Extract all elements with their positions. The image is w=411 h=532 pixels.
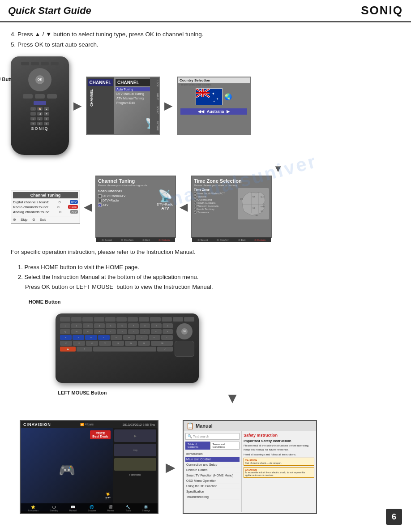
tz-radio-nt[interactable] bbox=[194, 208, 197, 210]
tz-radio-nsw[interactable] bbox=[194, 192, 197, 195]
footer-tools[interactable]: 🔧Tools bbox=[125, 505, 131, 512]
remote-btn-3[interactable] bbox=[41, 62, 49, 65]
kb-3[interactable]: 3 bbox=[83, 323, 93, 328]
kb-q[interactable]: Q bbox=[60, 329, 70, 334]
kb-2[interactable]: 2 bbox=[71, 323, 81, 328]
kb-g[interactable]: G bbox=[111, 335, 122, 340]
tz-radio-vic[interactable] bbox=[194, 195, 197, 198]
remote-key-2[interactable]: 🏠 bbox=[37, 107, 43, 111]
checkbox-1[interactable] bbox=[98, 194, 102, 198]
remote-key-1[interactable]: + bbox=[30, 107, 36, 111]
footer-settings[interactable]: ⚙️Settings bbox=[142, 505, 150, 512]
kb-fn-11[interactable] bbox=[173, 317, 183, 322]
kb-x[interactable]: X bbox=[73, 341, 85, 346]
kb-fn-12[interactable] bbox=[184, 317, 194, 322]
kb-backspace[interactable]: ⌫ bbox=[151, 341, 173, 346]
kb-z[interactable]: Z bbox=[60, 341, 72, 346]
kb-b[interactable]: B bbox=[112, 341, 124, 346]
kb-c[interactable]: C bbox=[86, 341, 98, 346]
kb-fn-5[interactable] bbox=[105, 317, 116, 322]
kb-v[interactable]: V bbox=[99, 341, 111, 346]
kb-o[interactable]: O bbox=[151, 329, 161, 334]
kb-k[interactable]: K bbox=[149, 335, 160, 340]
tz-nt[interactable]: North Territory bbox=[194, 208, 236, 210]
remote-ok-button[interactable]: OK bbox=[35, 75, 44, 84]
kb-space[interactable] bbox=[93, 347, 156, 352]
kb-t[interactable]: T bbox=[106, 329, 116, 334]
tz-radio-sa[interactable] bbox=[194, 202, 197, 204]
kb-ok-button[interactable]: OK bbox=[181, 328, 188, 335]
remote-home-button[interactable] bbox=[34, 101, 46, 105]
kb-fn-6[interactable] bbox=[116, 317, 127, 322]
toc-connection[interactable]: Connection and Setup bbox=[185, 462, 240, 468]
remote-mid-1[interactable] bbox=[23, 94, 33, 99]
kb-fn-1[interactable] bbox=[60, 317, 70, 322]
kb-m[interactable]: M bbox=[138, 341, 150, 346]
kb-r[interactable]: R bbox=[94, 329, 104, 334]
tz-nsw[interactable]: New South Wales/ACT bbox=[194, 192, 236, 195]
footer-fav[interactable]: ⭐Favourites bbox=[28, 505, 39, 512]
tab-terms[interactable]: Terms and Conditions bbox=[210, 442, 240, 450]
kb-j[interactable]: J bbox=[136, 335, 147, 340]
exit-button[interactable]: Exit bbox=[40, 218, 46, 222]
toc-remote[interactable]: Remote Control bbox=[185, 468, 240, 473]
toc-3d[interactable]: Using the 3D Function bbox=[185, 484, 240, 489]
kb-fn-9[interactable] bbox=[150, 317, 160, 322]
tz-radio-qld[interactable] bbox=[194, 198, 197, 201]
remote-nav-circle[interactable]: OK bbox=[28, 68, 51, 91]
kb-5[interactable]: 5 bbox=[106, 323, 116, 328]
tab-toc[interactable]: Table of Contents bbox=[185, 442, 210, 450]
kb-w[interactable]: W bbox=[71, 329, 81, 334]
footer-browser[interactable]: 🌐Browser bbox=[88, 505, 96, 512]
kb-sym[interactable]: ? bbox=[77, 347, 92, 352]
remote-key-6[interactable]: ▼ bbox=[44, 112, 49, 116]
tz-tas[interactable]: Tasmania bbox=[194, 211, 236, 214]
kb-fn-10[interactable] bbox=[162, 317, 172, 322]
kb-4[interactable]: 4 bbox=[94, 323, 104, 328]
kb-fn-3[interactable] bbox=[82, 317, 93, 322]
remote-key-12[interactable]: 6 bbox=[44, 122, 49, 125]
kb-9[interactable]: 9 bbox=[151, 323, 161, 328]
kb-p[interactable]: P bbox=[163, 329, 173, 334]
remote-key-4[interactable]: - bbox=[30, 112, 36, 116]
tz-qld[interactable]: Queensland bbox=[194, 198, 236, 201]
tz-radio-wa[interactable] bbox=[194, 205, 197, 207]
remote-btn-1[interactable] bbox=[21, 62, 29, 65]
remote-btn-4[interactable] bbox=[51, 62, 59, 65]
remote-key-8[interactable]: 2 bbox=[37, 117, 43, 120]
kb-8[interactable]: 8 bbox=[140, 323, 150, 328]
remote-key-11[interactable]: 5 bbox=[37, 122, 43, 125]
toc-osd[interactable]: OSD Menu Operation bbox=[185, 478, 240, 484]
checkbox-3[interactable]: ✓ bbox=[98, 203, 102, 207]
remote-mid-3[interactable] bbox=[47, 94, 57, 99]
kb-nav-pad[interactable]: OK bbox=[176, 323, 193, 339]
kb-i[interactable]: I bbox=[140, 329, 150, 334]
kb-l[interactable]: L bbox=[161, 335, 173, 340]
kb-6[interactable]: 6 bbox=[117, 323, 127, 328]
toc-troubleshoot[interactable]: Troubleshooting bbox=[185, 494, 240, 500]
skip-button[interactable]: Skip bbox=[21, 218, 28, 222]
kb-h[interactable]: H bbox=[123, 335, 135, 340]
checkbox-2[interactable] bbox=[98, 199, 102, 202]
kb-0[interactable]: 0 bbox=[163, 323, 173, 328]
kb-d[interactable]: D bbox=[85, 335, 97, 340]
toc-smart-tv[interactable]: Smart TV Function (HOME Menu) bbox=[185, 473, 240, 478]
tz-wa[interactable]: Western Australia bbox=[194, 205, 236, 207]
kb-fn-8[interactable] bbox=[139, 317, 149, 322]
toc-introduction[interactable]: Introduction bbox=[185, 451, 240, 457]
kb-fn-2[interactable] bbox=[71, 317, 81, 322]
tz-radio-tas[interactable] bbox=[194, 211, 197, 214]
toc-spec[interactable]: Specification bbox=[185, 489, 240, 494]
kb-y[interactable]: Y bbox=[117, 329, 127, 334]
tz-sa[interactable]: South Australia bbox=[194, 202, 236, 204]
footer-standby[interactable]: ⏻Standby bbox=[50, 505, 58, 512]
kb-f[interactable]: F bbox=[98, 335, 110, 340]
remote-key-9[interactable]: 3 bbox=[44, 117, 49, 120]
kb-home-key[interactable]: 🏠 bbox=[60, 347, 76, 352]
remote-key-3[interactable]: ▲ bbox=[44, 107, 49, 111]
kb-u[interactable]: U bbox=[128, 329, 138, 334]
kb-a[interactable]: A bbox=[60, 335, 72, 340]
toc-main-unit[interactable]: Main Unit Control bbox=[185, 457, 240, 462]
remote-key-10[interactable]: 4 bbox=[30, 122, 36, 125]
kb-fn-7[interactable] bbox=[128, 317, 138, 322]
